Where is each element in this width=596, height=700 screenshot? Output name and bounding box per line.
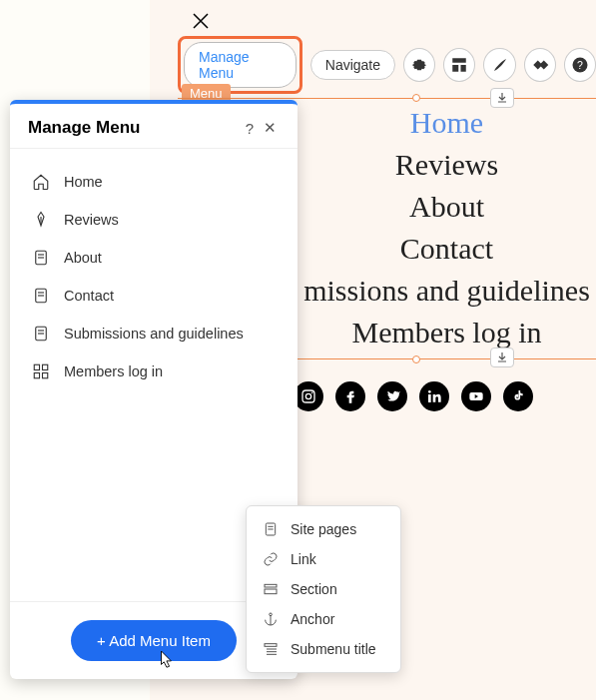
svg-point-9 (428, 390, 431, 393)
add-item-dropdown: Site pages Link Section Anchor Submenu t… (246, 505, 401, 673)
nav-reviews[interactable]: Reviews (298, 144, 596, 186)
page-icon (32, 249, 50, 267)
section-icon (263, 581, 279, 597)
menu-item-contact[interactable]: Contact (10, 277, 298, 315)
svg-rect-0 (453, 58, 467, 63)
panel-title: Manage Menu (28, 118, 240, 138)
facebook-icon[interactable] (335, 381, 365, 411)
svg-text:?: ? (577, 59, 583, 71)
dropdown-site-pages[interactable]: Site pages (247, 514, 400, 544)
add-menu-item-button[interactable]: + Add Menu Item (71, 620, 237, 661)
dropdown-link[interactable]: Link (247, 544, 400, 574)
svg-rect-28 (265, 584, 277, 587)
dropdown-section[interactable]: Section (247, 574, 400, 604)
svg-rect-32 (265, 644, 277, 647)
menu-item-about[interactable]: About (10, 239, 298, 277)
svg-rect-2 (461, 65, 466, 72)
page-icon (32, 287, 50, 305)
svg-point-30 (270, 613, 273, 616)
dropdown-label: Submenu title (291, 641, 376, 657)
menu-item-members[interactable]: Members log in (10, 352, 298, 390)
dropdown-anchor[interactable]: Anchor (247, 604, 400, 634)
social-row (294, 381, 533, 411)
youtube-icon[interactable] (461, 381, 491, 411)
svg-rect-21 (34, 364, 39, 369)
pen-icon (32, 211, 50, 229)
svg-rect-29 (265, 589, 277, 594)
svg-point-7 (311, 392, 313, 394)
svg-rect-24 (43, 373, 48, 378)
link-icon (263, 551, 279, 567)
instagram-icon[interactable] (294, 381, 323, 411)
layout-icon[interactable] (443, 48, 475, 82)
menu-item-submissions[interactable]: Submissions and guidelines (10, 315, 298, 352)
nav-members[interactable]: Members log in (298, 312, 596, 353)
brush-icon[interactable] (483, 48, 515, 82)
panel-header: Manage Menu ? ✕ (10, 104, 298, 149)
help-icon[interactable]: ? (564, 48, 596, 82)
dropdown-label: Anchor (291, 611, 334, 627)
linkedin-icon[interactable] (419, 381, 449, 411)
menu-item-reviews[interactable]: Reviews (10, 201, 298, 239)
gear-icon[interactable] (403, 48, 435, 82)
menu-item-label: Home (64, 174, 103, 190)
svg-rect-23 (34, 373, 39, 378)
svg-point-6 (305, 393, 310, 398)
nav-contact[interactable]: Contact (298, 228, 596, 270)
menu-item-label: Reviews (64, 212, 119, 228)
navigate-button[interactable]: Navigate (310, 50, 395, 80)
help-icon[interactable]: ? (240, 120, 260, 137)
anchor-icon (263, 611, 279, 627)
page-icon (32, 325, 50, 343)
dropdown-submenu[interactable]: Submenu title (247, 634, 400, 664)
download-icon[interactable] (490, 348, 514, 367)
manage-menu-button[interactable]: Manage Menu (184, 42, 297, 88)
page-icon (263, 521, 279, 537)
tiktok-icon[interactable] (503, 381, 533, 411)
svg-rect-1 (453, 65, 459, 72)
menu-item-home[interactable]: Home (10, 163, 298, 201)
nav-about[interactable]: About (298, 186, 596, 228)
svg-rect-8 (428, 394, 431, 402)
nav-submissions[interactable]: missions and guidelines (298, 270, 596, 312)
home-icon (32, 173, 50, 191)
close-icon[interactable] (192, 10, 210, 36)
grid-icon (32, 362, 50, 380)
cursor-icon (157, 649, 175, 671)
dropdown-label: Link (291, 551, 316, 567)
menu-item-label: About (64, 250, 102, 266)
submenu-icon (263, 641, 279, 657)
menu-item-label: Members log in (64, 363, 163, 379)
twitter-icon[interactable] (377, 381, 407, 411)
close-icon[interactable]: ✕ (260, 119, 280, 137)
dropdown-label: Section (291, 581, 337, 597)
nav-home[interactable]: Home (298, 102, 596, 144)
animation-icon[interactable] (524, 48, 556, 82)
toolbar: Manage Menu Navigate ? (178, 36, 596, 94)
canvas-nav: Home Reviews About Contact missions and … (298, 102, 596, 353)
dropdown-label: Site pages (291, 521, 356, 537)
download-icon[interactable] (490, 88, 514, 108)
svg-rect-22 (43, 364, 48, 369)
menu-item-label: Contact (64, 288, 114, 304)
menu-item-label: Submissions and guidelines (64, 326, 244, 342)
